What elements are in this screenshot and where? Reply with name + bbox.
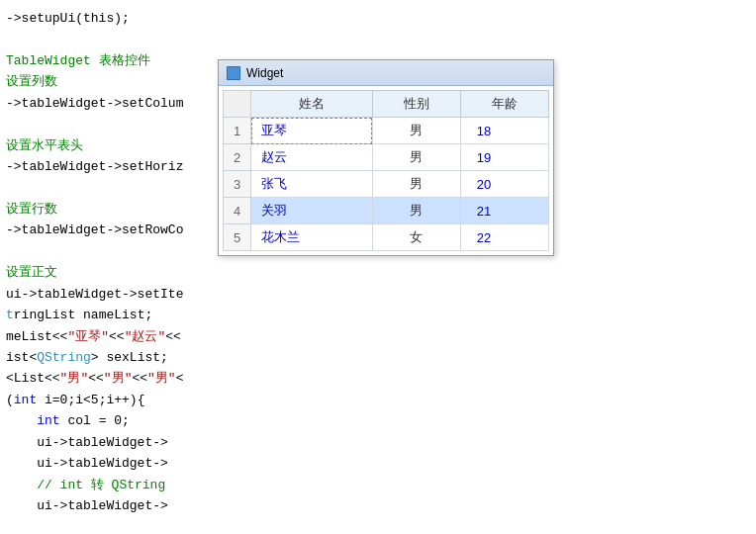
- table-row[interactable]: 5 花木兰 女 22: [224, 224, 549, 251]
- code-line-17: ist<QString> sexList;: [6, 347, 222, 368]
- code-line-14: ui->tableWidget->setIte: [6, 284, 222, 305]
- code-line-12: [6, 241, 222, 262]
- row-num-1: 1: [224, 118, 251, 144]
- cell-name-4[interactable]: 关羽: [251, 198, 372, 224]
- code-line-7: 设置水平表头: [6, 135, 222, 156]
- header-gender[interactable]: 性别: [372, 91, 460, 118]
- code-line-8: ->tableWidget->setHoriz: [6, 156, 222, 177]
- code-line-6: [6, 114, 222, 134]
- code-line-10: 设置行数: [6, 199, 222, 220]
- code-line-2: [6, 29, 222, 49]
- code-line-5: ->tableWidget->setColum: [6, 93, 222, 114]
- code-line-24: ui->tableWidget->: [6, 495, 222, 516]
- code-line-20: int col = 0;: [6, 410, 222, 431]
- code-line-1: ->setupUi(this);: [6, 8, 222, 29]
- cell-name-1[interactable]: 亚琴: [251, 118, 372, 144]
- code-line-19: (int i=0;i<5;i++){: [6, 390, 222, 410]
- cell-name-3[interactable]: 张飞: [251, 171, 372, 198]
- code-line-23: // int 转 QString: [6, 475, 222, 495]
- cell-age-3[interactable]: 20: [460, 171, 548, 198]
- widget-icon: [227, 66, 240, 80]
- code-line-13: 设置正文: [6, 262, 222, 283]
- row-num-4: 4: [224, 198, 251, 224]
- table-header-row: 姓名 性别 年龄: [224, 91, 549, 118]
- code-line-4: 设置列数: [6, 71, 222, 92]
- code-line-16: meList<<"亚琴"<<"赵云"<<: [6, 326, 222, 347]
- widget-titlebar[interactable]: Widget: [219, 60, 553, 86]
- code-line-18: <List<<"男"<<"男"<<"男"<: [6, 368, 222, 389]
- table-row[interactable]: 1 亚琴 男 18: [224, 118, 549, 144]
- data-table: 姓名 性别 年龄 1 亚琴 男 18 2 赵云 男 19: [223, 90, 549, 251]
- code-line-15: tringList nameList;: [6, 305, 222, 325]
- cell-gender-2[interactable]: 男: [372, 144, 460, 171]
- widget-window: Widget 姓名 性别 年龄 1 亚琴 男 18 2: [218, 59, 554, 256]
- row-num-2: 2: [224, 144, 251, 171]
- code-editor: ->setupUi(this); TableWidget 表格控件 设置列数 -…: [0, 0, 228, 534]
- cell-gender-1[interactable]: 男: [372, 118, 460, 144]
- cell-name-2[interactable]: 赵云: [251, 144, 372, 171]
- cell-name-5[interactable]: 花木兰: [251, 224, 372, 251]
- cell-age-1[interactable]: 18: [460, 118, 548, 144]
- code-line-21: ui->tableWidget->: [6, 432, 222, 453]
- code-line-22: ui->tableWidget->: [6, 453, 222, 474]
- code-line-3: TableWidget 表格控件: [6, 50, 222, 71]
- table-row[interactable]: 4 关羽 男 21: [224, 198, 549, 224]
- cell-gender-5[interactable]: 女: [372, 224, 460, 251]
- widget-title: Widget: [246, 66, 283, 80]
- cell-age-5[interactable]: 22: [460, 224, 548, 251]
- header-name[interactable]: 姓名: [251, 91, 372, 118]
- cell-age-4[interactable]: 21: [460, 198, 548, 224]
- header-index: [224, 91, 251, 118]
- code-line-9: [6, 178, 222, 199]
- widget-body: 姓名 性别 年龄 1 亚琴 男 18 2 赵云 男 19: [219, 86, 553, 255]
- cell-gender-3[interactable]: 男: [372, 171, 460, 198]
- cell-age-2[interactable]: 19: [460, 144, 548, 171]
- row-num-5: 5: [224, 224, 251, 251]
- row-num-3: 3: [224, 171, 251, 198]
- table-row[interactable]: 3 张飞 男 20: [224, 171, 549, 198]
- table-row[interactable]: 2 赵云 男 19: [224, 144, 549, 171]
- cell-gender-4[interactable]: 男: [372, 198, 460, 224]
- code-line-11: ->tableWidget->setRowCo: [6, 220, 222, 240]
- header-age[interactable]: 年龄: [460, 91, 548, 118]
